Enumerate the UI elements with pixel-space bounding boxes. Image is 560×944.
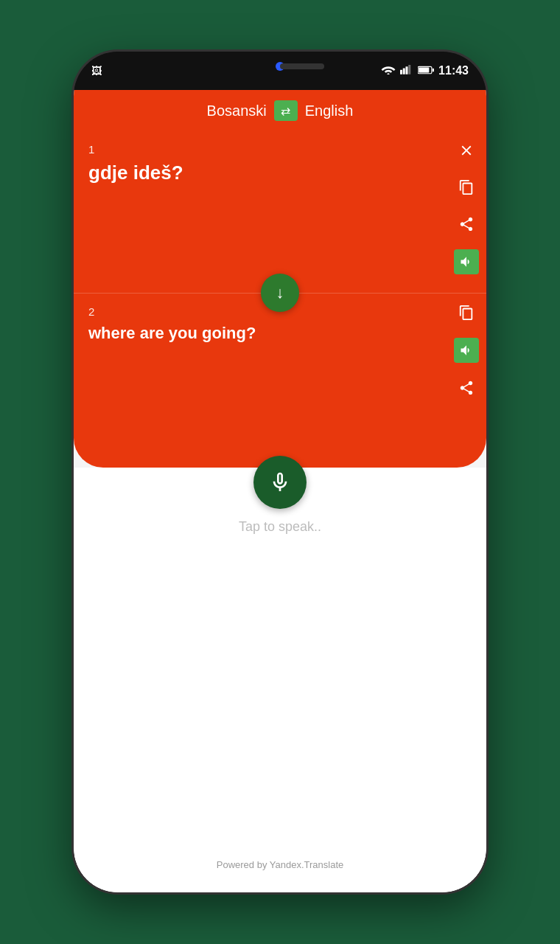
- battery-icon: [418, 64, 434, 77]
- source-section: 1 gdje ideš?: [74, 131, 486, 294]
- svg-rect-6: [419, 67, 429, 72]
- svg-point-0: [387, 73, 389, 74]
- source-text: gdje ideš?: [88, 162, 449, 184]
- source-volume-button[interactable]: [454, 249, 479, 274]
- svg-rect-7: [433, 69, 434, 72]
- phone-inner: 🖼: [74, 52, 486, 892]
- target-copy-button[interactable]: [455, 301, 478, 324]
- target-text: where are you going?: [88, 324, 449, 343]
- source-action-icons: [454, 139, 479, 274]
- translation-area: 1 gdje ideš?: [74, 131, 486, 468]
- phone-frame: 🖼: [74, 52, 486, 892]
- target-share-button[interactable]: [455, 376, 478, 400]
- arrow-down-icon: ↓: [276, 283, 284, 302]
- source-number: 1: [88, 143, 449, 156]
- image-icon: 🖼: [91, 65, 102, 77]
- source-share-button[interactable]: [455, 212, 478, 236]
- svg-rect-1: [400, 70, 402, 74]
- close-button[interactable]: [455, 139, 478, 162]
- wifi-icon: [381, 64, 396, 77]
- status-time: 11:43: [438, 64, 469, 77]
- svg-rect-2: [403, 69, 405, 74]
- mic-section: Tap to speak..: [74, 468, 486, 542]
- source-language: Bosanski: [207, 103, 267, 119]
- source-copy-button[interactable]: [455, 176, 478, 199]
- microphone-icon: [268, 471, 292, 494]
- translate-arrow-button[interactable]: ↓: [261, 274, 299, 312]
- status-bar-right: 11:43: [381, 64, 469, 77]
- powered-by-text: Powered by Yandex.Translate: [209, 852, 351, 878]
- microphone-button[interactable]: [253, 456, 307, 509]
- signal-icon: [400, 64, 413, 77]
- target-action-icons: [454, 301, 479, 400]
- app-content: Bosanski ⇄ English 1 gdje ideš?: [74, 90, 486, 892]
- target-volume-button[interactable]: [454, 338, 479, 363]
- speaker-grille: [280, 63, 324, 69]
- target-language: English: [305, 103, 354, 119]
- swap-languages-button[interactable]: ⇄: [274, 100, 298, 121]
- status-bar: 🖼: [74, 52, 486, 90]
- svg-rect-4: [408, 65, 410, 74]
- bottom-white-area: Powered by Yandex.Translate: [74, 542, 486, 893]
- svg-rect-3: [406, 66, 408, 74]
- target-section: 2 where are you going?: [74, 294, 486, 468]
- status-bar-left: 🖼: [91, 65, 102, 77]
- swap-icon: ⇄: [281, 104, 290, 118]
- app-header: Bosanski ⇄ English: [74, 90, 486, 131]
- tap-to-speak-text: Tap to speak..: [239, 519, 321, 535]
